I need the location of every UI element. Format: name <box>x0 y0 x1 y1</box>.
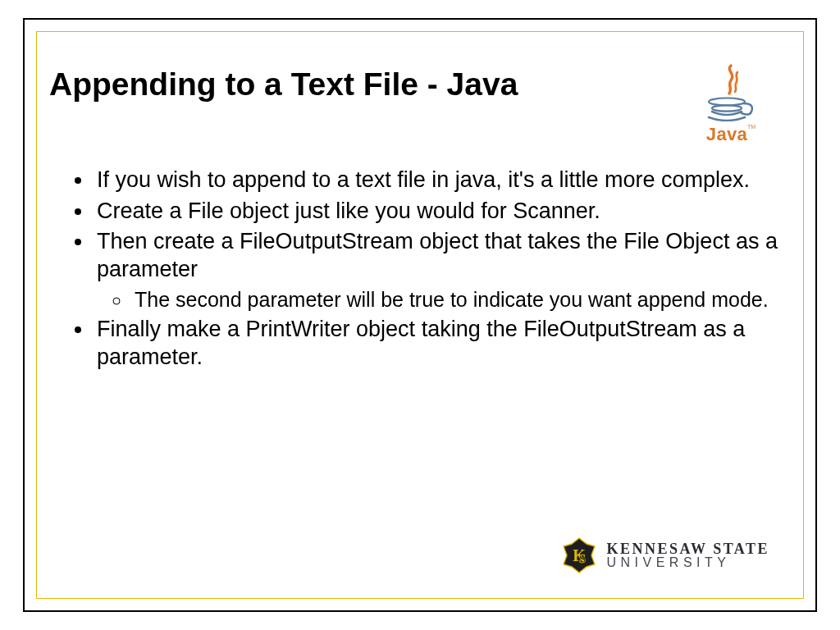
java-cup-icon <box>704 97 758 121</box>
list-item: Finally make a PrintWriter object taking… <box>94 316 788 372</box>
slide-title: Appending to a Text File - Java <box>49 67 796 103</box>
list-item: The second parameter will be true to ind… <box>131 287 788 313</box>
java-logo-label: Java <box>706 124 747 144</box>
svg-point-1 <box>712 105 742 111</box>
ksu-emblem-icon: K S <box>560 536 598 574</box>
java-logo-text: JavaTM <box>694 124 768 145</box>
bullet-list: If you wish to append to a text file in … <box>69 167 788 372</box>
java-logo: JavaTM <box>694 64 768 145</box>
svg-point-0 <box>709 98 745 106</box>
svg-text:S: S <box>579 552 586 565</box>
list-item: Then create a FileOutputStream object th… <box>94 228 788 313</box>
bullet-text: Finally make a PrintWriter object taking… <box>97 317 745 369</box>
java-tm: TM <box>747 124 756 130</box>
bullet-text: If you wish to append to a text file in … <box>97 167 750 192</box>
ksu-name-line1: KENNESAW STATE <box>606 542 769 556</box>
ksu-name-line2: UNIVERSITY <box>606 556 769 568</box>
bullet-text: Then create a FileOutputStream object th… <box>97 229 778 281</box>
java-steam-icon <box>714 64 747 95</box>
list-item: Create a File object just like you would… <box>94 198 788 226</box>
sub-bullet-list: The second parameter will be true to ind… <box>97 287 788 313</box>
slide-content: Appending to a Text File - Java JavaTM I… <box>44 41 796 589</box>
bullet-text: Create a File object just like you would… <box>97 199 600 223</box>
list-item: If you wish to append to a text file in … <box>94 167 788 194</box>
ksu-logo: K S KENNESAW STATE UNIVERSITY <box>560 536 769 574</box>
bullet-text: The second parameter will be true to ind… <box>135 288 769 311</box>
ksu-text: KENNESAW STATE UNIVERSITY <box>606 542 769 568</box>
